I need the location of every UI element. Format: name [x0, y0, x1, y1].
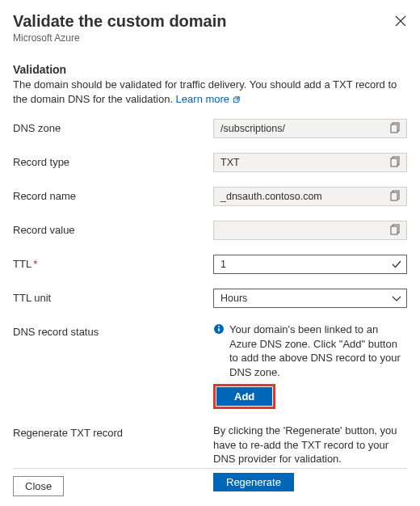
copy-icon[interactable]	[390, 122, 401, 133]
record-type-label: Record type	[13, 153, 213, 168]
check-icon	[392, 259, 401, 269]
ttl-value: 1	[220, 259, 226, 270]
svg-rect-6	[391, 192, 397, 200]
external-link-icon	[233, 93, 242, 102]
validation-heading: Validation	[13, 63, 407, 76]
page-subtitle: Microsoft Azure	[13, 32, 227, 44]
ttl-input[interactable]: 1	[213, 255, 407, 274]
add-button[interactable]: Add	[216, 387, 272, 406]
required-indicator: *	[33, 258, 37, 270]
dns-status-label: DNS record status	[13, 323, 213, 338]
dns-zone-label: DNS zone	[13, 119, 213, 134]
dns-zone-value: /subscriptions/	[220, 123, 285, 134]
page-title: Validate the custom domain	[13, 11, 227, 31]
info-icon	[213, 323, 225, 335]
close-button[interactable]: Close	[13, 476, 64, 496]
chevron-down-icon	[392, 294, 401, 304]
ttl-unit-value: Hours	[220, 293, 247, 304]
regenerate-label: Regenerate TXT record	[13, 424, 213, 439]
dns-zone-field: /subscriptions/	[213, 119, 407, 138]
svg-rect-11	[218, 326, 220, 327]
add-button-highlight: Add	[213, 384, 275, 409]
copy-icon[interactable]	[390, 156, 401, 167]
copy-icon[interactable]	[390, 224, 401, 235]
validation-description: The domain should be validated for traff…	[13, 78, 407, 106]
footer-separator	[13, 468, 407, 469]
record-name-field: _dnsauth.contoso.com	[213, 187, 407, 206]
svg-rect-8	[391, 226, 397, 234]
regenerate-button[interactable]: Regenerate	[213, 473, 294, 491]
dns-status-text: Your domain's been linked to an Azure DN…	[229, 323, 407, 379]
close-icon[interactable]	[394, 15, 407, 27]
regenerate-description: By clicking the 'Regenerate' button, you…	[213, 424, 407, 466]
ttl-label: TTL*	[13, 255, 213, 270]
record-type-field: TXT	[213, 153, 407, 172]
svg-rect-4	[391, 158, 397, 167]
svg-rect-2	[391, 124, 397, 133]
record-name-value: _dnsauth.contoso.com	[220, 191, 322, 202]
ttl-unit-label: TTL unit	[13, 289, 213, 304]
svg-rect-10	[218, 328, 220, 331]
record-type-value: TXT	[220, 157, 240, 168]
record-value-field	[213, 221, 407, 240]
record-name-label: Record name	[13, 187, 213, 202]
learn-more-link[interactable]: Learn more	[176, 93, 242, 105]
copy-icon[interactable]	[390, 190, 401, 201]
ttl-unit-select[interactable]: Hours	[213, 289, 407, 308]
record-value-label: Record value	[13, 221, 213, 236]
